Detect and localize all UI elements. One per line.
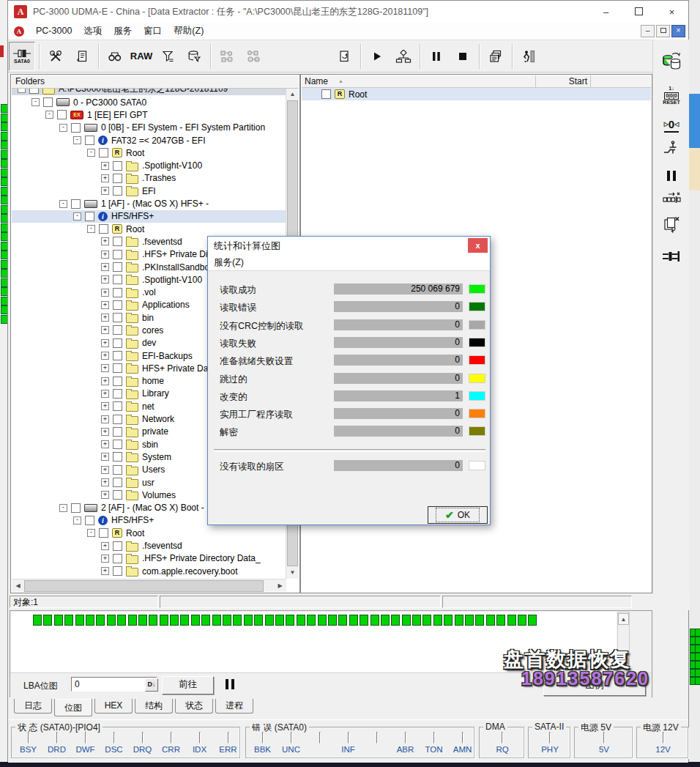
scroll-down-icon[interactable]: ▼	[286, 566, 299, 579]
close-button[interactable]: ×	[655, 1, 688, 23]
menu-item-1[interactable]: 选项	[78, 26, 108, 36]
reset-button[interactable]: 1↓0|0|0RESET	[657, 82, 686, 110]
expand-icon[interactable]: +	[101, 402, 109, 410]
expand-icon[interactable]: +	[101, 478, 109, 486]
collapse-icon[interactable]: -	[73, 516, 81, 525]
expand-icon[interactable]: +	[101, 390, 109, 398]
expand-icon[interactable]: +	[101, 326, 109, 334]
tree-checkbox[interactable]	[113, 363, 122, 373]
tree-row[interactable]: - R Root	[12, 527, 286, 539]
tree-checkbox[interactable]	[113, 161, 122, 171]
mdi-minimize-button[interactable]: –	[641, 25, 655, 37]
mode-select-button[interactable]	[391, 42, 416, 70]
database-filter-button[interactable]	[182, 42, 206, 70]
collapse-icon[interactable]: -	[59, 200, 67, 208]
tree-row[interactable]: - 0 [0B] - EFI System - EFI System Parti…	[12, 122, 286, 134]
tree-row[interactable]: - R Root	[12, 223, 286, 235]
tree-checkbox[interactable]	[113, 401, 122, 411]
tree-checkbox[interactable]	[113, 541, 122, 551]
menu-item-2[interactable]: 服务	[108, 26, 138, 36]
filter-button[interactable]	[155, 42, 180, 70]
scroll-right-icon[interactable]: ▶	[274, 579, 286, 592]
go-button[interactable]: 前往	[162, 676, 214, 694]
tree-row[interactable]: + .fseventsd	[12, 539, 286, 552]
tree-checkbox[interactable]	[113, 478, 122, 487]
tree-row[interactable]: + EFI	[12, 185, 286, 197]
exit-button[interactable]	[516, 42, 541, 70]
tab-进程[interactable]: 进程	[215, 699, 253, 714]
tree-checkbox[interactable]	[29, 88, 39, 94]
search-button[interactable]	[103, 42, 127, 70]
tree-checkbox[interactable]	[113, 186, 122, 196]
expand-icon[interactable]: +	[101, 377, 109, 385]
expand-icon[interactable]: +	[101, 263, 109, 271]
collapse-icon[interactable]: -	[31, 98, 40, 106]
tree-hscrollbar-thumb[interactable]	[24, 580, 264, 592]
expand-icon[interactable]: +	[101, 415, 109, 423]
tree-checkbox[interactable]	[113, 566, 122, 576]
collapse-icon[interactable]: -	[59, 504, 67, 512]
menu-item-4[interactable]: 帮助(Z)	[168, 26, 209, 36]
expand-icon[interactable]: +	[101, 275, 109, 284]
collapse-icon[interactable]: -	[87, 149, 95, 157]
tree-checkbox[interactable]	[113, 237, 122, 246]
expand-icon[interactable]: +	[101, 289, 109, 297]
dialog-menu-service[interactable]: 服务(Z)	[214, 256, 244, 269]
expand-icon[interactable]: +	[101, 314, 109, 322]
tree-checkbox[interactable]	[113, 377, 122, 386]
menu-item-0[interactable]: PC-3000	[30, 26, 78, 36]
tree-checkbox[interactable]	[85, 136, 94, 145]
collapse-icon[interactable]: -	[45, 111, 53, 119]
expand-icon[interactable]: +	[101, 567, 109, 575]
tree-checkbox[interactable]	[113, 351, 122, 360]
map-build-button[interactable]	[241, 42, 266, 70]
bitmap-scroll-up-icon[interactable]: ▲	[618, 613, 629, 625]
tree-checkbox[interactable]	[85, 212, 94, 221]
collapse-icon[interactable]: -	[73, 212, 81, 221]
files-row-root[interactable]: R Root	[302, 88, 651, 100]
collapse-icon[interactable]: -	[87, 529, 95, 537]
tree-checkbox[interactable]	[113, 427, 122, 437]
tree-checkbox[interactable]	[57, 110, 67, 119]
tree-row[interactable]: + .Trashes	[12, 172, 286, 185]
tree-checkbox[interactable]	[113, 415, 122, 424]
tree-checkbox[interactable]	[71, 123, 81, 133]
expand-icon[interactable]: +	[101, 174, 109, 182]
tree-checkbox[interactable]	[113, 300, 122, 310]
expand-icon[interactable]: +	[101, 352, 109, 360]
tree-checkbox[interactable]	[113, 338, 122, 348]
mdi-close-button[interactable]: ×	[671, 25, 685, 37]
tree-row[interactable]: - EX 1 [EE] EFI GPT	[12, 108, 286, 121]
tree-checkbox[interactable]	[99, 148, 108, 158]
tab-位图[interactable]: 位图	[54, 699, 92, 716]
mdi-restore-button[interactable]	[656, 25, 670, 37]
tree-checkbox[interactable]	[113, 313, 122, 322]
expand-icon[interactable]: +	[101, 428, 109, 436]
tree-checkbox[interactable]	[113, 174, 122, 183]
maximize-button[interactable]	[622, 1, 655, 23]
tree-row[interactable]: + com.apple.recovery.boot	[12, 565, 286, 577]
expand-icon[interactable]: +	[101, 466, 109, 474]
pause-button[interactable]	[424, 42, 449, 70]
column-header-start[interactable]: Start	[536, 75, 591, 88]
ok-button[interactable]: ✔ OK	[428, 506, 488, 524]
tree-row[interactable]: - 0 - PC3000 SATA0	[12, 96, 286, 108]
minimize-button[interactable]: –	[589, 1, 622, 23]
collapse-icon[interactable]: -	[73, 136, 81, 144]
tree-checkbox[interactable]	[85, 516, 94, 525]
expand-icon[interactable]: +	[101, 301, 109, 309]
expand-icon[interactable]: +	[101, 187, 109, 195]
tree-row[interactable]: - A:\PC3000\昆山老王的东芝128G-20181109	[12, 88, 286, 95]
tree-checkbox[interactable]	[43, 97, 53, 107]
tree-row[interactable]: + .HFS+ Private Directory Data_	[12, 552, 286, 565]
expand-icon[interactable]: +	[101, 162, 109, 170]
tab-HEX[interactable]: HEX	[94, 699, 133, 714]
sector-transfer-button[interactable]	[657, 185, 686, 212]
lba-dropdown-button[interactable]: D↓	[145, 678, 158, 692]
stop-button[interactable]	[450, 42, 475, 70]
collapse-icon[interactable]: -	[18, 88, 26, 93]
expand-icon[interactable]: +	[101, 555, 109, 563]
tree-checkbox[interactable]	[113, 288, 122, 297]
row-checkbox[interactable]	[321, 89, 331, 99]
copy-data-button[interactable]	[657, 48, 686, 76]
